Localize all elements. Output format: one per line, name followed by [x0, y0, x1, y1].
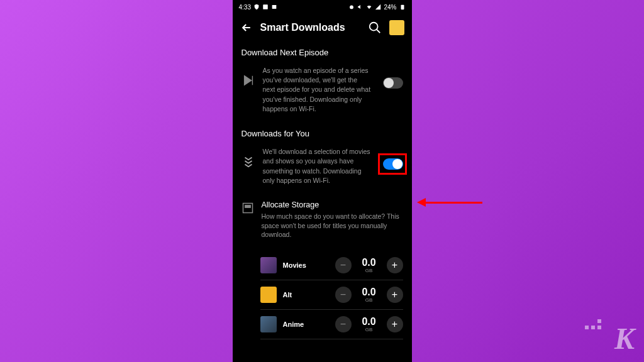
increase-button[interactable]: + — [387, 257, 403, 273]
profile-avatar[interactable] — [389, 20, 404, 35]
wifi-icon — [366, 4, 372, 10]
category-name: Anime — [283, 321, 329, 328]
watermark-dots — [585, 319, 601, 329]
status-bar: 4:33 24% — [233, 0, 412, 14]
svg-rect-0 — [263, 4, 268, 9]
download-chevrons-icon — [242, 155, 255, 168]
storage-row-movies: Movies − 0.0 GB + — [260, 251, 403, 280]
content-area: Download Next Episode As you watch an ep… — [233, 41, 412, 346]
toggle-downloads-for-you[interactable] — [383, 158, 403, 170]
back-arrow-icon[interactable] — [240, 21, 253, 34]
storage-row-anime: Anime − 0.0 GB + — [260, 310, 403, 339]
svg-rect-3 — [401, 5, 404, 10]
alarm-icon — [348, 4, 355, 10]
watermark-logo: K — [614, 321, 635, 356]
signal-icon — [375, 4, 381, 10]
decrease-button[interactable]: − — [335, 287, 352, 303]
category-thumbnail-anime — [260, 316, 277, 332]
option-description: As you watch an episode of a series you'… — [263, 66, 375, 114]
increase-button[interactable]: + — [387, 316, 403, 332]
decrease-button[interactable]: − — [335, 257, 352, 273]
svg-rect-7 — [245, 206, 250, 207]
increase-button[interactable]: + — [387, 287, 403, 303]
toggle-download-next-episode[interactable] — [383, 77, 403, 89]
storage-value: 0.0 GB — [358, 317, 380, 332]
svg-line-5 — [376, 30, 380, 33]
allocate-storage-section: Allocate Storage How much space do you w… — [242, 200, 403, 239]
decrease-button[interactable]: − — [335, 316, 352, 332]
storage-value: 0.0 GB — [358, 258, 380, 273]
section-title-downloads-for-you: Downloads for You — [242, 129, 403, 138]
search-icon[interactable] — [368, 21, 382, 35]
section-title-next-episode: Download Next Episode — [242, 48, 403, 57]
category-thumbnail-alt — [260, 287, 277, 303]
option-downloads-for-you: We'll download a selection of movies and… — [242, 147, 403, 185]
storage-row-alt: Alt − 0.0 GB + — [260, 280, 403, 310]
page-title: Smart Downloads — [260, 22, 360, 33]
annotation-arrow — [417, 198, 482, 207]
allocate-storage-title: Allocate Storage — [262, 200, 403, 209]
svg-rect-1 — [272, 5, 277, 9]
option-download-next-episode: As you watch an episode of a series you'… — [242, 66, 403, 114]
storage-value: 0.0 GB — [358, 287, 380, 303]
category-name: Alt — [283, 291, 329, 299]
battery-icon — [399, 4, 406, 10]
toggle-thumb — [392, 159, 402, 169]
svg-rect-6 — [243, 203, 252, 212]
battery-percent: 24% — [384, 4, 396, 11]
category-thumbnail-movies — [260, 257, 277, 273]
shield-icon — [253, 4, 260, 10]
toggle-thumb — [384, 78, 394, 88]
option-description: We'll download a selection of movies and… — [263, 147, 375, 185]
category-name: Movies — [283, 261, 329, 269]
skip-next-icon — [242, 74, 255, 87]
status-time: 4:33 — [239, 4, 251, 11]
phone-frame: 4:33 24% Smart Downloads Download Next E… — [233, 0, 412, 362]
image-icon — [262, 4, 269, 10]
svg-point-2 — [350, 6, 354, 9]
mute-icon — [357, 4, 364, 10]
app-header: Smart Downloads — [233, 14, 412, 41]
svg-point-4 — [369, 23, 377, 31]
allocate-storage-description: How much space do you want to allocate? … — [262, 212, 403, 239]
card-icon — [271, 4, 277, 10]
storage-icon — [242, 202, 254, 214]
